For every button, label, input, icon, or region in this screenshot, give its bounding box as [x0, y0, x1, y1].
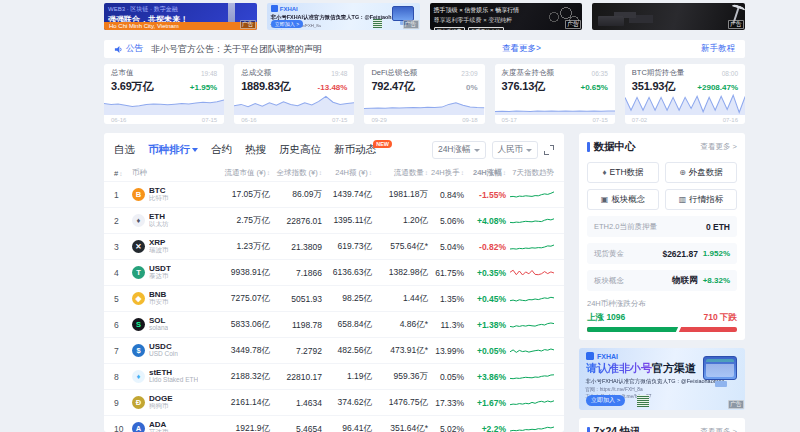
- ad-banner-summit[interactable]: WEB3 · 区块链 · 数字金融 强强联合，共探未来！ Ho Chi Minh…: [104, 3, 257, 30]
- tab-热搜[interactable]: 热搜: [245, 143, 266, 157]
- table-row[interactable]: 1BBTC比特币17.05万亿86.09万1439.74亿1981.18万0.8…: [104, 181, 564, 207]
- coin-cell: SSOLsolana: [132, 317, 212, 332]
- rank-cell: 1: [114, 190, 132, 200]
- tab-历史高位[interactable]: 历史高位: [279, 143, 321, 157]
- news-more-link[interactable]: 查看更多 >: [701, 427, 737, 432]
- data-center-row[interactable]: 板块概念物联网+8.32%: [587, 270, 737, 291]
- distribution-up-segment: [587, 327, 678, 332]
- trend-cell: [506, 344, 554, 358]
- volume-cell: 1395.11亿: [322, 215, 372, 227]
- table-row[interactable]: 7$USDCUSD Coin3449.78亿7.2792482.56亿473.9…: [104, 337, 564, 363]
- data-center-button-外盘数据[interactable]: ⊕外盘数据: [665, 162, 737, 183]
- turnover-cell: 5.04%: [428, 242, 464, 252]
- ad-chip: 超高手续费: [434, 27, 465, 30]
- market-table-panel: 自选币种排行合约热搜历史高位新币动态NEW24H涨幅人民币 #↕币种流通市值 (…: [104, 133, 564, 432]
- stat-card[interactable]: 灰度基金持仓额06:35376.13亿+0.65%05-1707-15: [495, 64, 615, 124]
- table-row[interactable]: 3✕XRP瑞波币1.23万亿21.3809619.73亿575.64亿*5.04…: [104, 233, 564, 259]
- column-header[interactable]: 24H涨幅↕: [464, 168, 506, 178]
- stat-date-range: 07-0207-16: [632, 117, 738, 123]
- table-row[interactable]: 9ÐDOGE狗狗币2161.14亿1.4634374.62亿1476.75亿17…: [104, 389, 564, 415]
- beginner-tutorial-link[interactable]: 新手教程: [701, 43, 735, 55]
- volume-cell: 374.62亿: [322, 397, 372, 409]
- table-row[interactable]: 8♦stETHLido Staked ETH2188.32亿22810.171.…: [104, 363, 564, 389]
- stat-card[interactable]: DeFi总锁仓额23:09792.47亿0%09-2909-18: [364, 64, 484, 124]
- trend-cell: [506, 240, 554, 254]
- row-label: 现货黄金: [594, 249, 624, 259]
- volume-cell: 98.25亿: [322, 293, 372, 305]
- sparkline-chart: [625, 93, 745, 115]
- stat-label: BTC期货持仓量: [632, 68, 685, 78]
- stat-timestamp: 19:48: [331, 70, 347, 77]
- stat-card[interactable]: 总成交额19:481889.83亿-13.48%06-1607-15: [234, 64, 354, 124]
- coin-cell: ◆BNB币安币: [132, 291, 212, 306]
- column-header[interactable]: 流通数量↕: [372, 168, 428, 178]
- ad-banner-fxhai[interactable]: FXHAI 非小号FXHAI认准官方微信负责人TG：@Feixiaohaomak…: [267, 3, 420, 30]
- tab-自选[interactable]: 自选: [114, 143, 135, 157]
- stat-value: 792.47亿: [371, 79, 414, 94]
- up-count: 上涨 1096: [587, 312, 625, 324]
- sparkline-chart: [510, 318, 554, 332]
- change-cell: +4.08%: [464, 216, 506, 226]
- rank-cell: 2: [114, 216, 132, 226]
- coin-name: 币安币: [149, 299, 169, 306]
- ad-join-button[interactable]: 立即加入 >: [271, 20, 303, 28]
- ad-join-button[interactable]: 立即加入 >: [586, 395, 625, 406]
- new-badge: NEW: [373, 140, 392, 148]
- column-header[interactable]: 24H额 (¥)↕: [322, 168, 372, 178]
- table-row[interactable]: 4TUSDT泰达币9938.91亿7.18666136.63亿1382.98亿6…: [104, 259, 564, 285]
- announcement-more-link[interactable]: 查看更多>: [502, 43, 541, 55]
- turnover-cell: 13.99%: [428, 346, 464, 356]
- date-end: 09-18: [462, 117, 477, 123]
- date-start: 07-02: [632, 117, 647, 123]
- column-header[interactable]: #↕: [114, 169, 132, 178]
- supply-cell: 473.91亿*: [372, 345, 428, 357]
- data-center-row[interactable]: ETH2.0当前质押量0 ETH: [587, 216, 737, 237]
- supply-cell: 1476.75亿: [372, 397, 428, 409]
- data-center-rows: ETH2.0当前质押量0 ETH现货黄金$2621.871.952%板块概念物联…: [587, 216, 737, 291]
- stat-card[interactable]: 总市值19:483.69万亿+1.95%06-1607-15: [104, 64, 224, 124]
- table-row[interactable]: 2♦ETH以太坊2.75万亿22876.011395.11亿1.20亿5.06%…: [104, 207, 564, 233]
- sort-select[interactable]: 24H涨幅: [432, 141, 486, 159]
- coin-symbol: BTC: [149, 187, 169, 195]
- coin-icon: ✕: [132, 240, 145, 253]
- data-center-row[interactable]: 现货黄金$2621.871.952%: [587, 243, 737, 264]
- column-header: 7天指数趋势: [506, 168, 554, 178]
- coin-symbol: USDT: [149, 265, 171, 273]
- data-center-button-ETH数据[interactable]: ♦ETH数据: [587, 162, 659, 183]
- data-center-button-行情指标[interactable]: ▥行情指标: [665, 189, 737, 210]
- stat-change: +0.65%: [580, 83, 607, 92]
- data-center-more-link[interactable]: 查看更多 >: [701, 142, 737, 152]
- tab-币种排行[interactable]: 币种排行: [148, 143, 198, 157]
- table-row[interactable]: 10AADA艾达币1921.9亿5.465496.41亿351.64亿*5.02…: [104, 415, 564, 432]
- column-header[interactable]: 全球指数 (¥)↕: [270, 168, 322, 178]
- change-cell: +1.67%: [464, 398, 506, 408]
- button-label: ETH数据: [610, 167, 644, 179]
- data-center-button-板块概念[interactable]: ▣板块概念: [587, 189, 659, 210]
- ad-banner-casino[interactable]: 携手顶级 × 信誉娱乐 × 畅享行情 尊享返利零手续费 × 变现纯粹 超高手续费…: [430, 3, 583, 30]
- currency-select[interactable]: 人民币: [492, 141, 539, 159]
- column-header[interactable]: 流通市值 (¥)↕: [212, 168, 270, 178]
- date-start: 06-16: [111, 117, 126, 123]
- turnover-cell: 0.05%: [428, 372, 464, 382]
- sidebar-ad-fxhai[interactable]: FXHAI 请认准非小号官方渠道 非小号FXHAI认准官方微信负责人TG：@Fe…: [579, 348, 745, 410]
- fullscreen-icon[interactable]: [544, 145, 554, 155]
- supply-cell: 575.64亿*: [372, 241, 428, 253]
- fxhai-logo-icon: [586, 352, 594, 360]
- tab-新币动态[interactable]: 新币动态NEW: [334, 143, 376, 157]
- stat-value: 351.93亿: [632, 79, 675, 94]
- tab-合约[interactable]: 合约: [211, 143, 232, 157]
- stat-card[interactable]: BTC期货持仓量08:00351.93亿+2908.47%07-0207-16: [625, 64, 745, 124]
- date-end: 07-15: [332, 117, 347, 123]
- rank-cell: 5: [114, 294, 132, 304]
- computer-graphic: [392, 6, 414, 21]
- table-row[interactable]: 5◆BNB币安币7275.07亿5051.9398.25亿1.44亿1.35%+…: [104, 285, 564, 311]
- table-row[interactable]: 6SSOLsolana5833.06亿1198.78658.84亿4.86亿*1…: [104, 311, 564, 337]
- stat-timestamp: 23:09: [461, 70, 477, 77]
- ad-banner-mining[interactable]: 广告: [592, 3, 745, 30]
- volume-cell: 1.19亿: [322, 371, 372, 383]
- coin-icon: ◆: [132, 292, 145, 305]
- announcement-text[interactable]: 非小号官方公告：关于平台团队调整的声明: [151, 43, 322, 56]
- stat-change: 0%: [466, 83, 478, 92]
- supply-cell: 351.64亿*: [372, 423, 428, 432]
- column-header[interactable]: 24H换手↕: [428, 168, 464, 178]
